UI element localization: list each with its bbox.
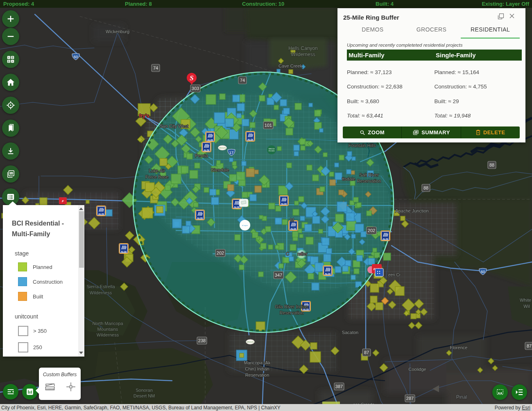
svg-text:ALDI: ALDI xyxy=(98,213,104,215)
svg-text:WHOLE: WHOLE xyxy=(269,148,275,150)
svg-text:Wickenburg: Wickenburg xyxy=(106,29,129,34)
svg-text:el super: el super xyxy=(242,224,248,226)
svg-text:North Maricopa: North Maricopa xyxy=(92,321,123,326)
svg-text:Sun City West: Sun City West xyxy=(160,124,188,129)
svg-text:202: 202 xyxy=(368,228,375,233)
svg-text:Wilderness: Wilderness xyxy=(90,290,112,295)
svg-text:PDF: PDF xyxy=(10,172,14,174)
svg-text:287: 287 xyxy=(406,396,414,401)
svg-text:ALDI: ALDI xyxy=(383,238,388,240)
svg-text:ALDI: ALDI xyxy=(197,217,203,219)
svg-text:Sonoran: Sonoran xyxy=(136,388,153,393)
svg-text:Reservation: Reservation xyxy=(280,310,304,315)
svg-text:White: White xyxy=(520,298,531,303)
svg-text:Florence: Florence xyxy=(450,345,468,350)
svg-text:ALDI: ALDI xyxy=(281,203,287,205)
svg-text:SPROUTS: SPROUTS xyxy=(219,147,226,149)
svg-text:Wilderness: Wilderness xyxy=(97,332,119,337)
svg-text:Coolidge: Coolidge xyxy=(408,367,426,372)
svg-text:Fountain Hills: Fountain Hills xyxy=(349,143,376,148)
svg-text:ALDI: ALDI xyxy=(234,206,240,208)
svg-text:Salt River: Salt River xyxy=(359,172,379,177)
svg-text:Maricopa (Ak: Maricopa (Ak xyxy=(244,360,271,365)
svg-text:SPROUTS: SPROUTS xyxy=(247,341,254,343)
svg-text:74: 74 xyxy=(240,78,245,83)
svg-text:88: 88 xyxy=(423,185,428,190)
svg-text:303: 303 xyxy=(192,86,199,91)
svg-text:Sacaton: Sacaton xyxy=(342,330,358,335)
svg-text:Force Base: Force Base xyxy=(145,174,168,179)
svg-text:FOODS: FOODS xyxy=(269,150,275,152)
svg-text:Luke Air: Luke Air xyxy=(149,168,165,173)
svg-text:fry's: fry's xyxy=(139,113,149,119)
svg-text:S: S xyxy=(190,74,193,82)
svg-text:347: 347 xyxy=(275,273,282,278)
svg-text:ALDI: ALDI xyxy=(204,149,209,151)
svg-text:M: M xyxy=(290,217,294,222)
svg-text:Wilderness: Wilderness xyxy=(291,52,315,57)
svg-text:Sierra Estrella: Sierra Estrella xyxy=(86,284,115,289)
svg-text:ndler: ndler xyxy=(297,251,308,256)
svg-text:Wil: Wil xyxy=(523,304,530,309)
svg-text:238: 238 xyxy=(198,338,206,343)
svg-text:17: 17 xyxy=(229,150,234,155)
svg-text:ttsdale: ttsdale xyxy=(342,176,355,181)
svg-text:Glendale: Glendale xyxy=(211,167,229,172)
svg-text:Pinal: Pinal xyxy=(456,394,467,400)
svg-text:87: 87 xyxy=(364,350,369,355)
svg-text:88: 88 xyxy=(489,163,494,167)
svg-text:Mountains: Mountains xyxy=(97,327,118,332)
svg-text:Chin) Indian: Chin) Indian xyxy=(245,366,269,371)
svg-text:C: C xyxy=(286,251,289,256)
svg-text:Reservation: Reservation xyxy=(357,178,381,183)
svg-text:ALDI: ALDI xyxy=(207,139,213,141)
svg-text:387: 387 xyxy=(335,384,343,389)
svg-text:Hells Canyon: Hells Canyon xyxy=(288,45,317,51)
svg-text:74: 74 xyxy=(153,65,158,70)
svg-text:Peoria: Peoria xyxy=(195,153,208,158)
svg-text:60: 60 xyxy=(481,269,485,274)
svg-text:Gila River Indian: Gila River Indian xyxy=(275,304,308,309)
svg-text:P31: P31 xyxy=(415,131,418,133)
svg-text:Apache Junction: Apache Junction xyxy=(395,208,428,213)
svg-text:202: 202 xyxy=(217,251,224,255)
svg-text:ALDI: ALDI xyxy=(121,251,127,253)
svg-text:ALDI: ALDI xyxy=(290,228,296,230)
svg-text:Reservation: Reservation xyxy=(245,373,269,377)
svg-text:101: 101 xyxy=(265,123,272,128)
svg-text:ALDI: ALDI xyxy=(325,273,331,275)
svg-text:60: 60 xyxy=(74,54,78,59)
svg-text:Desert NM: Desert NM xyxy=(134,393,155,398)
svg-text:ALDI: ALDI xyxy=(247,138,253,141)
svg-text:87: 87 xyxy=(527,343,532,348)
svg-text:een Cr: een Cr xyxy=(388,273,401,277)
svg-text:Cave Creek: Cave Creek xyxy=(278,63,303,68)
